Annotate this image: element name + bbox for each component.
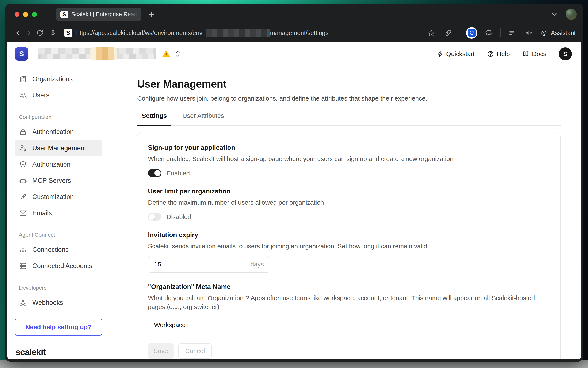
sidebar-item-emails[interactable]: Emails [15, 205, 102, 221]
sidebar-item-webhooks[interactable]: Webhooks [15, 294, 102, 311]
reload-button[interactable] [34, 28, 45, 38]
user-limit-toggle[interactable] [148, 213, 162, 221]
chevron-left-icon [14, 29, 21, 37]
warning-triangle-icon [162, 50, 171, 58]
save-button[interactable]: Save [148, 343, 174, 359]
invitation-expiry-description: Scalekit sends invitation emails to user… [148, 242, 538, 251]
puzzle-icon [485, 29, 493, 37]
cubes-icon [19, 246, 27, 254]
bitwarden-extension-button[interactable] [466, 27, 477, 38]
shield-check-icon [19, 160, 27, 169]
waveform-icon [525, 29, 533, 37]
environment-switcher[interactable] [38, 48, 181, 59]
help-circle-icon [487, 50, 494, 57]
user-gear-icon [19, 144, 27, 152]
sidebar-item-label: Emails [32, 209, 52, 217]
microphone-icon [49, 29, 57, 37]
page-title: User Management [137, 78, 581, 90]
user-limit-description: Define the maximum number of users allow… [148, 198, 538, 207]
signup-toggle[interactable] [148, 169, 162, 177]
bookmark-button[interactable] [426, 28, 437, 38]
browser-tab-scalekit[interactable]: S Scalekit | Enterprise Ready A [56, 8, 141, 21]
sidebar-item-authentication[interactable]: Authentication [15, 124, 102, 140]
signup-title: Sign-up for your application [148, 144, 550, 152]
meta-name-title: "Organization" Meta Name [148, 283, 550, 291]
voice-search-button[interactable] [48, 28, 58, 38]
docs-label: Docs [532, 50, 546, 57]
stacked-cards-icon [19, 262, 27, 270]
lightning-icon [437, 51, 443, 57]
sidebar-item-connected-accounts[interactable]: Connected Accounts [15, 258, 102, 274]
browser-profile-avatar[interactable] [566, 9, 577, 20]
sidebar-item-label: Organizations [32, 75, 73, 83]
lock-icon [19, 128, 27, 136]
site-favicon: S [64, 29, 72, 37]
quickstart-link[interactable]: Quickstart [437, 50, 475, 57]
sidebar-item-users[interactable]: Users [15, 87, 102, 103]
chevron-right-icon [25, 29, 32, 37]
browser-toolbar: S https://app.scalekit.cloud/ws/environm… [5, 24, 583, 42]
scalekit-logo-badge: S [15, 47, 28, 61]
sidebar-item-authorization[interactable]: Authorization [15, 156, 102, 172]
docs-link[interactable]: Docs [522, 50, 546, 57]
quickstart-label: Quickstart [446, 50, 475, 57]
tab-settings[interactable]: Settings [137, 112, 171, 125]
user-avatar[interactable]: S [559, 47, 572, 61]
tab-user-attributes[interactable]: User Attributes [178, 112, 229, 125]
copy-link-button[interactable] [443, 28, 454, 38]
sidebar-item-label: User Management [32, 144, 86, 152]
assistant-label: Assistant [551, 29, 576, 37]
maximize-window-button[interactable] [32, 12, 37, 17]
extensions-button[interactable] [483, 28, 494, 38]
url-suffix: management/settings [270, 29, 328, 37]
webhook-icon [19, 298, 27, 307]
main-content: User Management Configure how users join… [110, 66, 581, 359]
url-redacted-segment [206, 29, 270, 37]
bitwarden-shield-icon [468, 29, 476, 37]
meta-name-input[interactable] [154, 322, 264, 329]
help-link[interactable]: Help [487, 50, 510, 57]
sidebar-item-label: Webhooks [32, 299, 63, 306]
assistant-button[interactable]: Assistant [540, 29, 576, 37]
cancel-button[interactable]: Cancel [178, 343, 212, 359]
toolbar-divider [460, 28, 460, 37]
environment-badge-redacted [90, 47, 116, 61]
book-icon [522, 50, 529, 57]
sidebar-item-mcp-servers[interactable]: MCP Servers [15, 172, 102, 189]
need-help-button[interactable]: Need help setting up? [15, 319, 102, 336]
users-icon [19, 91, 27, 100]
robot-icon [19, 176, 27, 185]
sidebar-item-label: Users [32, 92, 49, 99]
envelope-icon [19, 209, 27, 217]
invitation-expiry-title: Invitation expiry [148, 231, 550, 239]
sidebar-section-configuration: Configuration [15, 114, 102, 120]
back-button[interactable] [12, 28, 23, 38]
scalekit-wordmark: scalekit [16, 347, 46, 357]
audio-capture-button[interactable] [523, 28, 534, 38]
toggle-knob [154, 170, 161, 176]
assistant-swirl-icon [540, 29, 548, 37]
invitation-expiry-input[interactable] [154, 261, 248, 268]
select-chevrons-icon [175, 50, 181, 58]
sidebar-item-user-management[interactable]: User Management [15, 140, 102, 156]
user-limit-title: User limit per organization [148, 188, 550, 195]
forward-button[interactable] [23, 28, 34, 38]
new-tab-button[interactable] [148, 11, 155, 18]
sidebar-item-connections[interactable]: Connections [15, 241, 102, 258]
sidebar-item-customization[interactable]: Customization [15, 189, 102, 205]
plus-icon [148, 11, 155, 18]
address-bar[interactable]: https://app.scalekit.cloud/ws/environmen… [76, 29, 328, 37]
scalekit-app: S Quickstart Help [7, 42, 581, 359]
signup-section: Sign-up for your application When enable… [148, 144, 550, 177]
sidebar-item-label: Connected Accounts [32, 262, 92, 270]
minimize-window-button[interactable] [23, 12, 28, 17]
signup-toggle-label: Enabled [166, 170, 190, 177]
reading-list-button[interactable] [507, 28, 518, 38]
sidebar-item-organizations[interactable]: Organizations [15, 71, 102, 87]
sidebar: Organizations Users Configuration Authe [7, 66, 110, 359]
close-window-button[interactable] [15, 12, 19, 17]
tab-search-button[interactable] [550, 10, 558, 18]
tab-bar: Settings User Attributes [137, 112, 560, 126]
meta-name-field [148, 317, 270, 333]
sidebar-item-label: Connections [32, 246, 68, 254]
